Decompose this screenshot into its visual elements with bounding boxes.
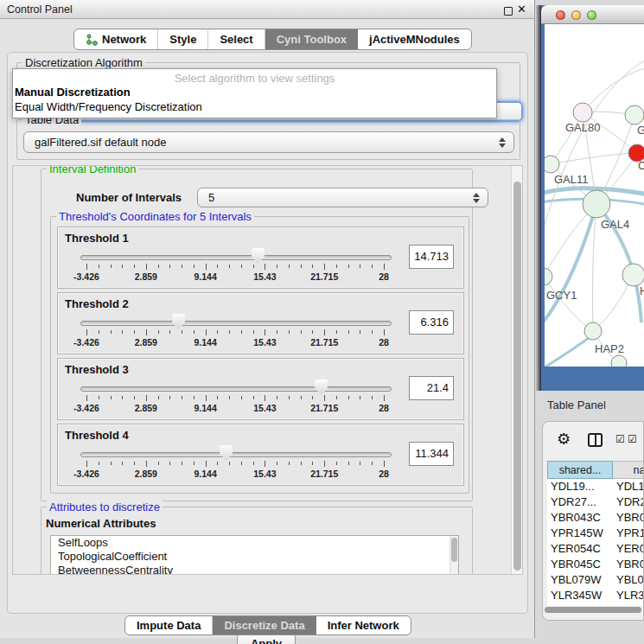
network-node[interactable] xyxy=(573,103,592,122)
control-panel-titlebar[interactable]: Control Panel ✕ xyxy=(0,0,534,19)
gear-icon[interactable]: ⚙ xyxy=(557,430,571,449)
tab-select[interactable]: Select xyxy=(208,29,265,49)
cell-name: YLR3 xyxy=(613,588,644,603)
popup-option-equal-width-frequency-discretization[interactable]: Equal Width/Frequency Discretization xyxy=(15,100,202,113)
scale-label: 2.859 xyxy=(135,403,157,413)
network-node[interactable] xyxy=(545,156,559,173)
cell-shared-name: YLR345W xyxy=(547,588,613,603)
tab-label: Network xyxy=(102,33,146,46)
slider-handle[interactable] xyxy=(252,248,265,264)
interval-definition-group: Interval Definition Number of Intervals … xyxy=(41,169,473,501)
slider-handle[interactable] xyxy=(220,445,233,461)
table-row[interactable]: YBL079WYBL0 xyxy=(547,572,644,588)
table-row[interactable]: YER054CYER0 xyxy=(547,541,644,557)
node-label-gal11: GAL11 xyxy=(554,173,589,186)
attribute-item-betweennesscentrality[interactable]: BetweennessCentrality xyxy=(51,564,458,575)
threshold-slider[interactable]: -3.4262.8599.14415.4321.71528 xyxy=(80,312,392,352)
attribute-item-topologicalcoefficient[interactable]: TopologicalCoefficient xyxy=(51,550,458,564)
threshold-label: Threshold 3 xyxy=(65,363,129,376)
threshold-slider[interactable]: -3.4262.8599.14415.4321.71528 xyxy=(80,443,392,483)
horizontal-scrollbar[interactable] xyxy=(545,607,643,615)
table-row[interactable]: YIL052CYIL0 xyxy=(547,603,644,606)
slider-track[interactable] xyxy=(80,321,392,326)
network-canvas[interactable]: GAL80GACGAL11GAL4GCY1HHAP2 xyxy=(545,24,644,367)
cell-shared-name: YPR145W xyxy=(547,526,613,541)
slider-handle[interactable] xyxy=(172,314,185,329)
node-label-gcy1: GCY1 xyxy=(546,289,577,302)
node-label-gal4: GAL4 xyxy=(601,218,629,231)
scale-label: 28 xyxy=(379,469,389,479)
scale-label: -3.426 xyxy=(73,403,99,413)
node-label-ga: GA xyxy=(637,124,644,137)
column-layout-icon[interactable] xyxy=(588,433,603,447)
node-label-h: H xyxy=(640,284,644,297)
cell-shared-name: YBR045C xyxy=(547,557,613,572)
float-window-icon[interactable] xyxy=(504,7,513,16)
combobox-value: galFiltered.sif default node xyxy=(35,136,166,149)
attribute-item-selfloops[interactable]: SelfLoops xyxy=(51,536,458,550)
close-icon[interactable]: ✕ xyxy=(517,3,526,16)
network-node[interactable] xyxy=(583,190,610,218)
scale-label: 15.43 xyxy=(253,469,276,479)
threshold-slider[interactable]: -3.4262.8599.14415.4321.71528 xyxy=(80,378,392,418)
slider-track[interactable] xyxy=(80,386,392,392)
tab-impute-data[interactable]: Impute Data xyxy=(125,616,213,634)
checkbox-icon[interactable]: ☑ xyxy=(615,433,625,445)
tab-network[interactable]: Network xyxy=(74,29,158,49)
popup-option-manual-discretization[interactable]: Manual Discretization xyxy=(15,86,131,99)
network-node[interactable] xyxy=(622,264,644,286)
node-label-gal80: GAL80 xyxy=(565,121,600,134)
table-rows: YDL19...YDL1YDR27...YDR2YBR043CYBR0YPR14… xyxy=(547,479,644,606)
number-of-intervals-spinner[interactable]: 5 xyxy=(197,188,488,207)
network-node[interactable] xyxy=(545,268,552,285)
minimize-traffic-light[interactable] xyxy=(571,10,581,20)
vertical-scrollbar[interactable] xyxy=(511,166,522,574)
column-header-name[interactable]: na xyxy=(613,461,644,479)
slider-track[interactable] xyxy=(80,452,392,457)
tab-jactivemnodules[interactable]: jActiveMNodules xyxy=(358,29,471,49)
network-node[interactable] xyxy=(625,105,644,124)
bottom-tab-bar: Impute DataDiscretize DataInfer Network xyxy=(124,615,411,635)
tab-cyni-toolbox[interactable]: Cyni Toolbox xyxy=(265,29,358,49)
threshold-value-field[interactable]: 14.713 xyxy=(409,245,454,269)
group-title: Interval Definition xyxy=(47,165,138,175)
table-row[interactable]: YBR043CYBR0 xyxy=(547,510,644,526)
network-node[interactable] xyxy=(611,355,627,367)
threshold-label: Threshold 2 xyxy=(65,297,129,310)
table-row[interactable]: YDR27...YDR2 xyxy=(547,494,644,510)
network-node[interactable] xyxy=(584,322,602,340)
column-header-shared-name[interactable]: shared... xyxy=(547,461,613,479)
threshold-value-field[interactable]: 21.4 xyxy=(409,376,454,400)
table-row[interactable]: YDL19...YDL1 xyxy=(547,479,644,494)
cell-name: YIL0 xyxy=(613,603,644,606)
table-data-combobox[interactable]: galFiltered.sif default node xyxy=(23,131,514,153)
tab-discretize-data[interactable]: Discretize Data xyxy=(213,616,316,634)
tab-infer-network[interactable]: Infer Network xyxy=(316,616,411,634)
tab-style[interactable]: Style xyxy=(158,29,208,49)
cell-shared-name: YIL052C xyxy=(547,603,613,606)
numerical-attributes-list[interactable]: SelfLoopsTopologicalCoefficientBetweenne… xyxy=(50,535,459,575)
list-scrollbar[interactable] xyxy=(450,536,458,575)
scale-label: 9.144 xyxy=(194,337,216,348)
scale-label: 28 xyxy=(379,271,389,282)
scrollbar-thumb[interactable] xyxy=(513,182,521,571)
table-panel-title: Table Panel xyxy=(547,399,606,411)
close-traffic-light[interactable] xyxy=(556,10,565,20)
network-window-titlebar[interactable] xyxy=(541,5,644,24)
slider-handle[interactable] xyxy=(315,379,328,395)
slider-track[interactable] xyxy=(80,255,392,260)
zoom-traffic-light[interactable] xyxy=(587,10,596,20)
table-row[interactable]: YPR145WYPR1 xyxy=(547,526,644,541)
threshold-slider[interactable]: -3.4262.8599.14415.4321.71528 xyxy=(80,246,392,286)
threshold-value-field[interactable]: 11.344 xyxy=(409,442,454,466)
scale-label: 2.859 xyxy=(135,337,157,348)
screen: Control Panel ✕ NetworkStyleSelectCyni T… xyxy=(0,0,644,644)
table-row[interactable]: YBR045CYBR0 xyxy=(547,557,644,572)
checkbox-icon[interactable]: ☑ xyxy=(628,433,637,445)
table-row[interactable]: YLR345WYLR3 xyxy=(547,588,644,603)
control-panel-window: Control Panel ✕ NetworkStyleSelectCyni T… xyxy=(0,0,535,638)
threshold-value-field[interactable]: 6.316 xyxy=(409,310,454,335)
scale-label: 2.859 xyxy=(135,469,157,479)
scrollbar-thumb[interactable] xyxy=(545,607,641,613)
group-title: Discretization Algorithm xyxy=(22,56,145,69)
